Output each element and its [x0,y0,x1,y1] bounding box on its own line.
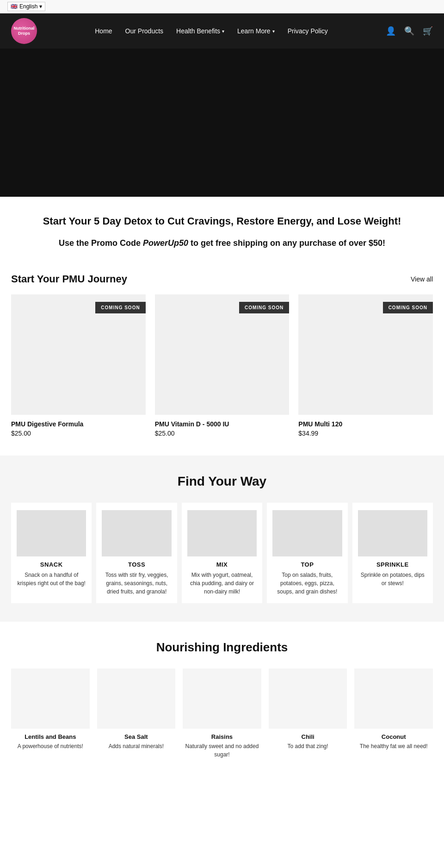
ingredient-image [354,668,433,729]
product-name: PMU Multi 120 [298,420,433,428]
products-section: Start Your PMU Journey View all COMING S… [0,262,444,456]
way-image [358,510,427,556]
promo-section: Start Your 5 Day Detox to Cut Cravings, … [0,197,444,262]
nav-our-products[interactable]: Our Products [125,27,163,35]
ingredient-name: Coconut [382,733,406,740]
ingredient-image [183,668,261,729]
ingredient-desc: The healthy fat we all need! [360,742,428,750]
ingredient-card: Lentils and Beans A powerhouse of nutrie… [11,668,90,759]
header-icons: 👤 🔍 🛒 [386,26,433,36]
product-card: COMING SOON PMU Multi 120 $34.99 [298,294,433,437]
nav-health-benefits[interactable]: Health Benefits ▾ [176,27,224,35]
product-price: $25.00 [11,430,146,437]
way-card: TOP Top on salads, fruits, potatoes, egg… [267,503,347,603]
search-icon[interactable]: 🔍 [404,26,414,36]
way-card: SNACK Snack on a handful of krispies rig… [11,503,92,603]
way-title: SPRINKLE [376,561,409,568]
logo[interactable]: Nutritional Drops [11,18,37,44]
way-card: MIX Mix with yogurt, oatmeal, chia puddi… [182,503,262,603]
chevron-down-icon: ▾ [39,3,42,10]
find-way-section: Find Your Way SNACK Snack on a handful o… [0,456,444,622]
chevron-down-icon: ▾ [272,29,275,34]
ingredient-desc: Naturally sweet and no added sugar! [183,742,261,759]
products-title: Start Your PMU Journey [11,273,127,285]
ingredient-image [97,668,176,729]
ingredient-name: Sea Salt [124,733,148,740]
product-card: COMING SOON PMU Digestive Formula $25.00 [11,294,146,437]
promo-code-line: Use the Promo Code PowerUp50 to get free… [28,238,416,248]
way-desc: Mix with yogurt, oatmeal, chia pudding, … [187,571,257,596]
way-image [272,510,342,556]
language-bar: 🇬🇧 English ▾ [0,0,444,13]
way-title: TOSS [128,561,145,568]
product-price: $25.00 [155,430,290,437]
product-name: PMU Digestive Formula [11,420,146,428]
ingredient-card: Chili To add that zing! [269,668,347,759]
nav-learn-more[interactable]: Learn More ▾ [237,27,275,35]
product-image: COMING SOON [298,294,433,415]
ingredient-desc: To add that zing! [288,742,328,750]
logo-wrap: Nutritional Drops [11,18,37,44]
main-nav: Home Our Products Health Benefits ▾ Lear… [95,27,328,35]
nav-home[interactable]: Home [95,27,112,35]
promo-code: PowerUp50 [143,238,188,248]
cart-icon[interactable]: 🛒 [423,26,433,36]
way-desc: Sprinkle on potatoes, dips or stews! [358,571,427,587]
product-image: COMING SOON [155,294,290,415]
language-selector[interactable]: 🇬🇧 English ▾ [7,2,45,11]
account-icon[interactable]: 👤 [386,26,396,36]
find-way-title: Find Your Way [11,474,433,489]
way-title: MIX [216,561,228,568]
way-desc: Top on salads, fruits, potatoes, eggs, p… [272,571,342,596]
way-image [17,510,86,556]
product-card: COMING SOON PMU Vitamin D - 5000 IU $25.… [155,294,290,437]
ingredient-card: Sea Salt Adds natural minerals! [97,668,176,759]
way-card: SPRINKLE Sprinkle on potatoes, dips or s… [352,503,433,603]
ingredient-card: Coconut The healthy fat we all need! [354,668,433,759]
ways-grid: SNACK Snack on a handful of krispies rig… [11,503,433,603]
ingredient-desc: Adds natural minerals! [109,742,164,750]
product-image: COMING SOON [11,294,146,415]
product-name: PMU Vitamin D - 5000 IU [155,420,290,428]
way-title: SNACK [40,561,63,568]
ingredient-card: Raisins Naturally sweet and no added sug… [183,668,261,759]
ingredients-title: Nourishing Ingredients [11,640,433,655]
products-grid: COMING SOON PMU Digestive Formula $25.00… [11,294,433,437]
nav-privacy-policy[interactable]: Privacy Policy [288,27,328,35]
hero-image [0,49,444,197]
chevron-down-icon: ▾ [222,29,224,34]
ingredient-image [11,668,90,729]
product-price: $34.99 [298,430,433,437]
site-header: Nutritional Drops Home Our Products Heal… [0,13,444,49]
ingredient-name: Lentils and Beans [25,733,76,740]
ingredient-name: Chili [302,733,314,740]
way-title: TOP [301,561,314,568]
ingredients-grid: Lentils and Beans A powerhouse of nutrie… [11,668,433,759]
way-desc: Snack on a handful of krispies right out… [17,571,86,587]
view-all-link[interactable]: View all [411,275,433,283]
ingredient-image [269,668,347,729]
way-image [187,510,257,556]
products-header: Start Your PMU Journey View all [11,273,433,285]
flag-icon: 🇬🇧 [11,3,18,10]
coming-soon-badge: COMING SOON [95,302,145,313]
ingredients-section: Nourishing Ingredients Lentils and Beans… [0,622,444,777]
way-image [102,510,171,556]
ingredient-name: Raisins [211,733,233,740]
language-label: English [19,3,37,10]
way-desc: Toss with stir fry, veggies, grains, sea… [102,571,171,596]
coming-soon-badge: COMING SOON [383,302,433,313]
ingredient-desc: A powerhouse of nutrients! [18,742,83,750]
way-card: TOSS Toss with stir fry, veggies, grains… [96,503,177,603]
coming-soon-badge: COMING SOON [239,302,289,313]
promo-headline: Start Your 5 Day Detox to Cut Cravings, … [28,215,416,227]
